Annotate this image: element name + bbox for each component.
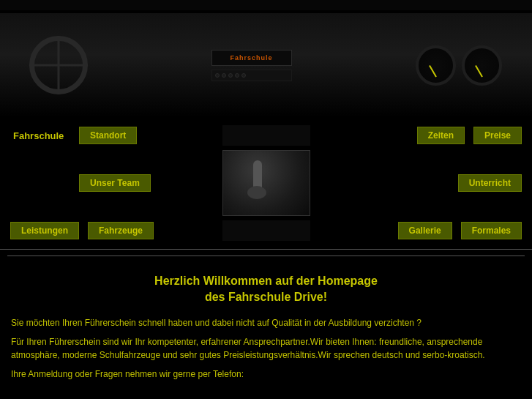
nav-right-3: Gallerie Formales xyxy=(318,222,525,239)
gallerie-button[interactable]: Gallerie xyxy=(398,222,452,239)
main-content-area: Herzlich Willkommen auf der Homepage des… xyxy=(0,262,532,395)
header-banner: Fahrschule xyxy=(0,0,532,117)
paragraph-2: Für Ihren Führerschein sind wir Ihr komp… xyxy=(11,335,521,362)
radio-btn-1 xyxy=(215,73,220,78)
center-image-top xyxy=(222,125,310,146)
nav-center-placeholder-1 xyxy=(215,125,318,146)
radio-controls xyxy=(211,70,292,81)
radio-btn-5 xyxy=(241,73,246,78)
nav-center-placeholder-3 xyxy=(215,220,318,241)
formales-button[interactable]: Formales xyxy=(461,222,522,239)
preise-button[interactable]: Preise xyxy=(473,127,522,144)
dashboard-area: Fahrschule xyxy=(0,13,532,117)
steering-wheel-icon xyxy=(29,36,88,94)
speedometer-icon xyxy=(416,45,456,86)
standort-button[interactable]: Standort xyxy=(79,127,137,144)
radio-display: Fahrschule xyxy=(211,50,292,66)
navigation-area: Fahrschule Standort Zeiten Preise Unser … xyxy=(0,117,532,250)
nav-right-1: Zeiten Preise xyxy=(318,127,525,144)
leistungen-button[interactable]: Leistungen xyxy=(10,222,79,239)
header-top-strip xyxy=(0,0,532,10)
nav-row-1: Fahrschule Standort Zeiten Preise xyxy=(0,123,532,148)
center-image-bottom xyxy=(222,220,310,241)
title-line-1: Herzlich Willkommen auf der Homepage xyxy=(11,273,521,289)
title-line-2: des Fahrschule Drive! xyxy=(11,289,521,305)
body-text-area: Sie möchten Ihren Führerschein schnell h… xyxy=(11,316,521,381)
radio-btn-2 xyxy=(222,73,226,78)
fahrschule-label: Fahrschule xyxy=(7,127,73,144)
radio-btn-4 xyxy=(235,73,239,78)
nav-row-3: Leistungen Fahrzeuge Gallerie Formales xyxy=(0,218,532,243)
nav-center-image-col xyxy=(215,150,318,216)
nav-right-2: Unterricht xyxy=(318,174,525,192)
tachometer-icon xyxy=(462,45,502,86)
paragraph-1: Sie möchten Ihren Führerschein schnell h… xyxy=(11,316,521,329)
zeiten-button[interactable]: Zeiten xyxy=(417,127,465,144)
unser-team-button[interactable]: Unser Team xyxy=(79,174,151,192)
gauge-cluster xyxy=(386,21,532,109)
radio-btn-3 xyxy=(228,73,233,78)
radio-text: Fahrschule xyxy=(230,54,272,61)
fahrzeuge-button[interactable]: Fahrzeuge xyxy=(88,222,154,239)
nav-left-3: Leistungen Fahrzeuge xyxy=(7,222,215,239)
paragraph-3: Ihre Anmeldung oder Fragen nehmen wir ge… xyxy=(11,368,521,381)
gear-shift-image xyxy=(222,150,310,216)
steering-wheel-area xyxy=(0,21,117,109)
center-console-area: Fahrschule xyxy=(117,50,386,81)
welcome-title: Herzlich Willkommen auf der Homepage des… xyxy=(11,273,521,306)
nav-row-2: Unser Team Unterricht xyxy=(0,148,532,218)
gauges-container xyxy=(416,45,502,86)
nav-left-2: Unser Team xyxy=(7,174,215,192)
nav-left-1: Fahrschule Standort xyxy=(7,127,215,144)
separator-line xyxy=(7,256,525,256)
unterricht-button[interactable]: Unterricht xyxy=(458,174,522,192)
